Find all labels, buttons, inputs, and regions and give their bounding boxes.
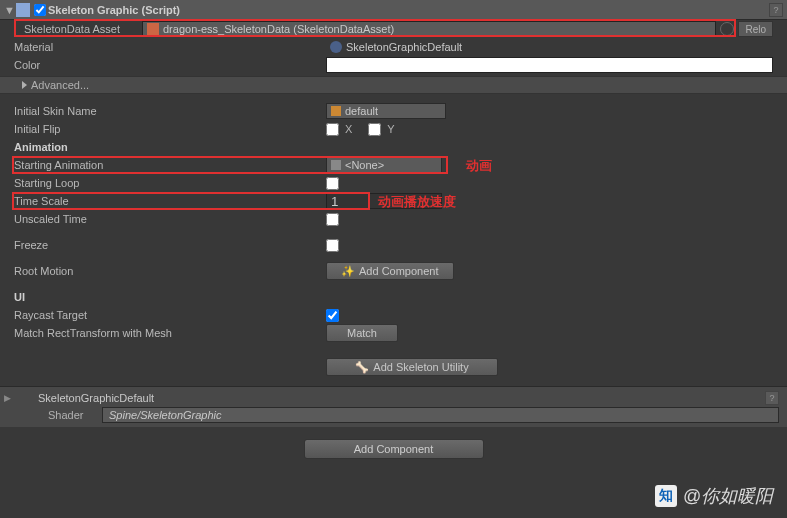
- material-icon: [330, 41, 342, 53]
- object-picker-icon[interactable]: [720, 22, 734, 36]
- advanced-foldout[interactable]: Advanced...: [0, 76, 787, 94]
- color-field[interactable]: [326, 57, 773, 73]
- script-icon: [16, 3, 30, 17]
- starting-animation-value: <None>: [345, 159, 384, 171]
- flip-y-checkbox[interactable]: [368, 123, 381, 136]
- initial-skin-dropdown[interactable]: default: [326, 103, 446, 119]
- time-scale-row: Time Scale 动画播放速度: [0, 192, 787, 210]
- skin-icon: [331, 106, 341, 116]
- component-enabled-checkbox[interactable]: [34, 4, 46, 16]
- root-motion-add-label: Add Component: [359, 265, 439, 277]
- initial-flip-label: Initial Flip: [14, 123, 326, 135]
- shader-dropdown[interactable]: Spine/SkeletonGraphic: [102, 407, 779, 423]
- initial-skin-value: default: [345, 105, 378, 117]
- foldout-toggle[interactable]: ▼: [4, 4, 16, 16]
- skeleton-data-asset-value: dragon-ess_SkeletonData (SkeletonDataAss…: [163, 23, 394, 35]
- raycast-target-label: Raycast Target: [14, 309, 326, 321]
- unscaled-time-row: Unscaled Time: [0, 210, 787, 228]
- animation-icon: [331, 160, 341, 170]
- add-component-area: Add Component: [0, 427, 787, 477]
- shader-label: Shader: [48, 409, 102, 421]
- chevron-right-icon: [22, 81, 27, 89]
- component-title: Skeleton Graphic (Script): [48, 4, 767, 16]
- root-motion-row: Root Motion ✨ Add Component: [0, 262, 787, 280]
- shader-value: Spine/SkeletonGraphic: [109, 409, 222, 421]
- skeleton-data-asset-field[interactable]: dragon-ess_SkeletonData (SkeletonDataAss…: [142, 21, 716, 37]
- watermark-text: @你如暖阳: [683, 484, 773, 508]
- match-button[interactable]: Match: [326, 324, 398, 342]
- reload-button[interactable]: Relo: [738, 21, 773, 37]
- match-rect-label: Match RectTransform with Mesh: [14, 327, 326, 339]
- advanced-label: Advanced...: [31, 79, 89, 91]
- add-skeleton-utility-label: Add Skeleton Utility: [373, 361, 468, 373]
- shader-row: Shader Spine/SkeletonGraphic: [0, 407, 787, 425]
- material-value: SkeletonGraphicDefault: [346, 41, 462, 53]
- material-label: Material: [14, 41, 326, 53]
- starting-animation-label: Starting Animation: [14, 159, 326, 171]
- foldout-arrow-icon[interactable]: ▶: [4, 393, 11, 403]
- skeleton-utility-row: 🦴 Add Skeleton Utility: [0, 358, 787, 376]
- raycast-target-row: Raycast Target: [0, 306, 787, 324]
- flip-y-label: Y: [387, 123, 394, 135]
- help-icon[interactable]: ?: [769, 3, 783, 17]
- add-skeleton-utility-button[interactable]: 🦴 Add Skeleton Utility: [326, 358, 498, 376]
- initial-skin-label: Initial Skin Name: [14, 105, 326, 117]
- raycast-target-checkbox[interactable]: [326, 309, 339, 322]
- flip-x-checkbox[interactable]: [326, 123, 339, 136]
- freeze-row: Freeze: [0, 236, 787, 254]
- material-row: Material SkeletonGraphicDefault: [0, 38, 787, 56]
- time-scale-label: Time Scale: [14, 195, 326, 207]
- freeze-label: Freeze: [14, 239, 326, 251]
- color-row: Color: [0, 56, 787, 74]
- asset-icon: [147, 23, 159, 35]
- starting-animation-row: Starting Animation <None> 动画: [0, 156, 787, 174]
- material-component: ▶ SkeletonGraphicDefault ? Shader Spine/…: [0, 386, 787, 427]
- wand-icon: ✨: [341, 265, 355, 278]
- ui-section-header: UI: [0, 288, 787, 306]
- unscaled-time-label: Unscaled Time: [14, 213, 326, 225]
- root-motion-label: Root Motion: [14, 265, 326, 277]
- starting-loop-label: Starting Loop: [14, 177, 326, 189]
- initial-flip-row: Initial Flip X Y: [0, 120, 787, 138]
- root-motion-add-button[interactable]: ✨ Add Component: [326, 262, 454, 280]
- skeleton-data-asset-row: SkeletonData Asset dragon-ess_SkeletonDa…: [0, 20, 787, 38]
- starting-loop-checkbox[interactable]: [326, 177, 339, 190]
- material-field[interactable]: SkeletonGraphicDefault: [326, 39, 773, 55]
- flip-x-label: X: [345, 123, 352, 135]
- starting-loop-row: Starting Loop: [0, 174, 787, 192]
- zhihu-icon: 知: [655, 485, 677, 507]
- unscaled-time-checkbox[interactable]: [326, 213, 339, 226]
- initial-skin-row: Initial Skin Name default: [0, 102, 787, 120]
- starting-animation-dropdown[interactable]: <None>: [326, 157, 442, 173]
- help-icon[interactable]: ?: [765, 391, 779, 405]
- animation-section-header: Animation: [0, 138, 787, 156]
- skeleton-data-asset-label: SkeletonData Asset: [24, 23, 142, 35]
- component-header[interactable]: ▼ Skeleton Graphic (Script) ?: [0, 0, 787, 20]
- material-name: SkeletonGraphicDefault: [38, 392, 763, 404]
- freeze-checkbox[interactable]: [326, 239, 339, 252]
- time-scale-input[interactable]: [326, 193, 442, 209]
- add-component-button[interactable]: Add Component: [304, 439, 484, 459]
- color-label: Color: [14, 59, 326, 71]
- match-rect-row: Match RectTransform with Mesh Match: [0, 324, 787, 342]
- bone-icon: 🦴: [355, 361, 369, 374]
- watermark: 知 @你如暖阳: [655, 484, 773, 508]
